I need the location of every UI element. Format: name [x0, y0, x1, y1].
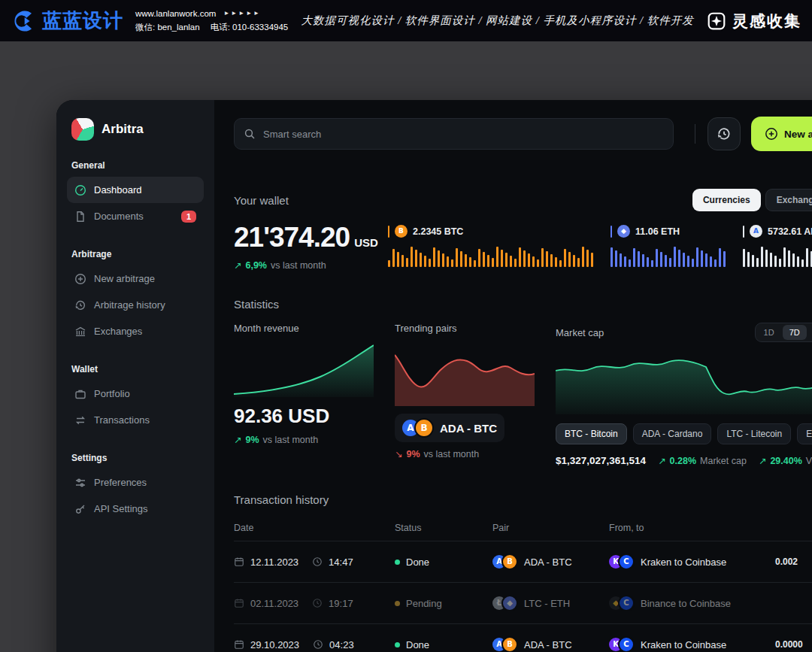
- coinbase-icon: C: [618, 553, 635, 570]
- file-icon: [74, 211, 86, 223]
- sidebar-item-label: New arbitrage: [94, 273, 155, 284]
- col-status: Status: [395, 523, 492, 533]
- trending-pairs-change: ↘ 9% vs last month: [395, 448, 535, 459]
- arbitra-logo-icon: [71, 118, 94, 141]
- sidebar-item-api-settings[interactable]: API Settings: [67, 496, 204, 522]
- history-icon: [74, 299, 86, 311]
- market-cap-value: $1,327,027,361,514: [556, 455, 646, 466]
- coinbase-icon: C: [618, 636, 635, 652]
- gauge-icon: [74, 184, 86, 196]
- coin-pill-ltc[interactable]: LTC - Litecoin: [717, 423, 791, 444]
- banner-arrows: ►►►►►: [223, 9, 261, 18]
- sidebar-nav: GeneralDashboardDocuments1ArbitrageNew a…: [67, 160, 204, 522]
- table-row[interactable]: 02.11.202319:17PendingŁ◆LTC - ETH◆CBinan…: [234, 583, 812, 624]
- sidebar-item-arbitrage-history[interactable]: Arbitrage history: [67, 292, 204, 318]
- trending-pairs-chart: [395, 343, 535, 406]
- range-7d[interactable]: 7D: [783, 325, 807, 340]
- calendar-icon: [234, 556, 244, 567]
- holding-btc: B2.2345 BTC: [388, 225, 598, 267]
- eth-bars-chart: [611, 244, 731, 267]
- history-button[interactable]: [707, 117, 741, 150]
- btc-icon: B: [501, 636, 518, 652]
- app-window: Arbitra GeneralDashboardDocuments1Arbitr…: [56, 100, 812, 652]
- btc-icon: B: [414, 418, 434, 438]
- market-cap-stats: $1,327,027,361,514 ↗ 0.28% Market cap ↗ …: [556, 455, 812, 466]
- wallet-currency: USD: [354, 236, 378, 249]
- sidebar-item-new-arbitrage[interactable]: New arbitrage: [67, 265, 204, 292]
- coin-pill-eth[interactable]: ETH - Ethereum: [797, 423, 812, 444]
- search-box: [234, 118, 674, 150]
- status-label: Pending: [406, 598, 442, 609]
- pair-label: LTC - ETH: [524, 598, 570, 609]
- table-row[interactable]: 12.11.202314:47DoneABADA - BTCKCKraken t…: [234, 541, 812, 583]
- col-pair: Pair: [492, 523, 609, 533]
- sidebar-section-title: Arbitrage: [71, 249, 199, 259]
- sidebar-item-transactions[interactable]: Transactions: [67, 407, 204, 433]
- banner-site: www.lanlanwork.com: [135, 8, 216, 21]
- holding-ada: A5732.61 ADA: [743, 225, 812, 267]
- pair-icons: Ł◆: [492, 595, 518, 611]
- market-cap-change: ↗ 0.28% Market cap: [658, 455, 747, 466]
- wallet-holdings: B2.2345 BTC◆11.06 ETHA5732.61 ADA: [388, 225, 812, 267]
- sidebar-item-label: API Settings: [94, 503, 148, 514]
- status-dot: [395, 642, 400, 647]
- status-dot: [395, 601, 400, 606]
- market-cap-card: Market cap 1D7D1M BTC - BitcoinADA - Car…: [556, 323, 812, 466]
- sidebar-item-label: Preferences: [94, 477, 147, 488]
- month-revenue-change: ↗ 9% vs last month: [234, 434, 374, 445]
- clock-icon: [312, 598, 323, 608]
- banner-services: 大数据可视化设计 / 软件界面设计 / 网站建设 / 手机及小程序设计 / 软件…: [300, 14, 695, 28]
- sidebar-item-portfolio[interactable]: Portfolio: [67, 381, 204, 407]
- calendar-icon: [234, 598, 244, 608]
- banner-wechat: 微信: ben_lanlan: [135, 21, 200, 35]
- banner-inspiration: 灵感收集: [707, 11, 801, 32]
- sidebar-item-documents[interactable]: Documents1: [67, 203, 204, 229]
- btc-bars-chart: [388, 244, 598, 267]
- wallet-title: Your wallet: [234, 194, 289, 207]
- sidebar-item-label: Arbitrage history: [94, 299, 165, 311]
- table-row[interactable]: 29.10.202304:23DoneABADA - BTCKCKraken t…: [234, 624, 812, 652]
- clock-icon: [313, 639, 323, 650]
- briefcase-icon: [74, 388, 86, 400]
- month-revenue-value: 92.36 USD: [234, 405, 374, 428]
- coin-pill-ada[interactable]: ADA - Cardano: [633, 423, 712, 444]
- new-arbitrage-button[interactable]: New arbitrage: [751, 117, 812, 151]
- btc-icon: B: [395, 225, 408, 238]
- sidebar-item-exchanges[interactable]: Exchanges: [67, 318, 204, 344]
- sidebar-item-label: Exchanges: [94, 326, 142, 337]
- eth-icon: ◆: [501, 595, 518, 611]
- range-1m[interactable]: 1M: [808, 325, 812, 340]
- bank-icon: [74, 326, 86, 338]
- range-group: 1D7D1M: [755, 323, 812, 342]
- topbar: New arbitrage: [234, 117, 812, 151]
- tx-time: 04:23: [329, 639, 354, 650]
- documents-badge: 1: [181, 211, 196, 223]
- trending-pairs-card: Trending pairs AB ADA - BTC ↘ 9% vs last…: [395, 323, 535, 466]
- route-label: Kraken to Coinbase: [641, 556, 726, 568]
- wallet-tab-exchanges[interactable]: Exchanges: [765, 189, 812, 211]
- transaction-history-title: Transaction history: [234, 493, 812, 506]
- holding-tick: [611, 226, 612, 238]
- sidebar-item-preferences[interactable]: Preferences: [67, 469, 204, 496]
- holding-tick: [388, 226, 389, 238]
- wallet-change: ↗ 6,9% vs last month: [234, 259, 388, 271]
- holding-amount: 11.06 ETH: [635, 226, 680, 237]
- wallet-tab-currencies[interactable]: Currencies: [692, 189, 761, 211]
- statistics-title: Statistics: [234, 298, 812, 311]
- sliders-icon: [74, 477, 86, 489]
- sidebar-item-dashboard[interactable]: Dashboard: [67, 177, 204, 203]
- wallet-balance: 21'374.20USD: [234, 222, 388, 253]
- trending-pair-label[interactable]: AB ADA - BTC: [395, 414, 504, 442]
- pair-icons: AB: [492, 636, 518, 652]
- ada-light-icon: A: [750, 225, 762, 238]
- banner-contact: www.lanlanwork.com ►►►►► 微信: ben_lanlan …: [135, 8, 288, 35]
- range-1d[interactable]: 1D: [757, 325, 781, 340]
- status-label: Done: [406, 556, 429, 568]
- route-icons: KC: [609, 553, 635, 570]
- route-label: Kraken to Coinbase: [641, 639, 726, 650]
- coin-pill-btc[interactable]: BTC - Bitcoin: [556, 423, 627, 444]
- sidebar-section-title: General: [71, 160, 199, 171]
- arrows-icon: [74, 414, 86, 426]
- search-input[interactable]: [234, 118, 674, 150]
- clock-icon: [312, 556, 323, 567]
